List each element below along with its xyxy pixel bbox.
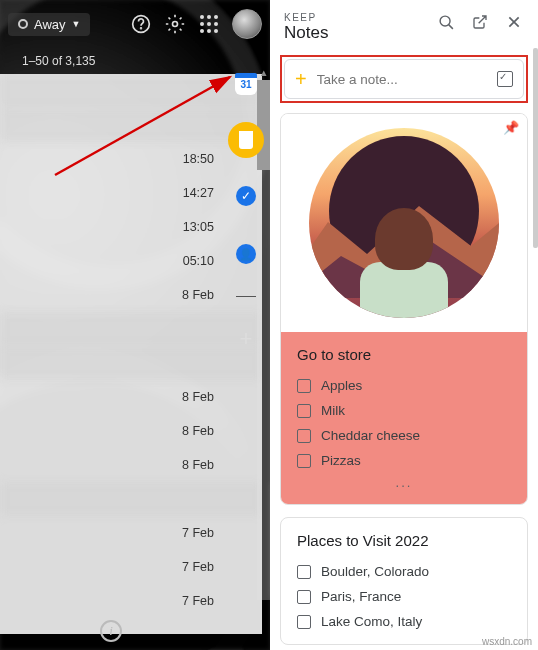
checklist-item[interactable]: Pizzas [297,448,511,473]
help-icon[interactable] [130,13,152,35]
settings-gear-icon[interactable] [164,13,186,35]
checkbox-icon[interactable] [297,454,311,468]
note-title: Places to Visit 2022 [297,532,511,549]
keep-title: Notes [284,23,422,43]
keep-brand-label: KEEP [284,12,422,23]
mail-row[interactable]: 7 Feb [0,550,262,584]
checklist-item[interactable]: Boulder, Colorado [297,559,511,584]
keep-panel: KEEP Notes + 📌Go to storeApplesMilkChedd… [270,0,538,650]
info-icon[interactable]: i [100,620,122,642]
chevron-down-icon: ▼ [72,19,81,29]
checkbox-icon[interactable] [297,590,311,604]
checklist-item[interactable]: Paris, France [297,584,511,609]
side-rail: 31 ✓ 👤 + [220,64,270,359]
checklist-item[interactable]: Milk [297,398,511,423]
close-icon[interactable] [504,12,524,32]
checklist-item[interactable]: Apples [297,373,511,398]
mail-row[interactable]: 7 Feb [0,584,262,618]
svg-point-4 [440,16,450,26]
account-avatar[interactable] [232,9,262,39]
note-card[interactable]: Places to Visit 2022Boulder, ColoradoPar… [280,517,528,645]
take-note-highlight: + [280,55,528,103]
gmail-panel: Away ▼ 1–50 of 3,135 18:5014:2713:0505:1… [0,0,270,650]
checklist-item[interactable]: Lake Como, Italy [297,609,511,634]
mail-row[interactable]: 8 Feb [0,448,262,482]
notes-list[interactable]: 📌Go to storeApplesMilkCheddar cheesePizz… [270,113,538,650]
open-external-icon[interactable] [470,12,490,32]
more-indicator: ... [297,473,511,494]
checklist-label: Cheddar cheese [321,428,420,443]
keep-header: KEEP Notes [270,0,538,51]
add-app-icon[interactable]: + [226,319,266,359]
checklist-label: Lake Como, Italy [321,614,422,629]
note-image [281,114,527,332]
calendar-app-icon[interactable]: 31 [226,64,266,104]
note-card[interactable]: 📌Go to storeApplesMilkCheddar cheesePizz… [280,113,528,505]
checkbox-icon[interactable] [297,379,311,393]
checklist-label: Paris, France [321,589,401,604]
status-dot-icon [18,19,28,29]
checklist-label: Pizzas [321,453,361,468]
keep-scrollbar[interactable] [533,48,538,248]
mail-row[interactable]: 8 Feb [0,414,262,448]
keep-app-icon[interactable] [228,122,264,158]
mail-row[interactable] [0,482,262,516]
checklist-label: Boulder, Colorado [321,564,429,579]
status-selector[interactable]: Away ▼ [8,13,90,36]
svg-point-2 [173,22,178,27]
note-title: Go to store [297,346,511,363]
status-label: Away [34,17,66,32]
checkbox-icon[interactable] [297,615,311,629]
checklist-item[interactable]: Cheddar cheese [297,423,511,448]
gmail-topbar: Away ▼ [0,0,270,48]
svg-line-5 [448,24,452,28]
mail-row[interactable]: 8 Feb [0,380,262,414]
take-note-input-row[interactable]: + [284,59,524,99]
take-note-input[interactable] [317,72,487,87]
checklist-label: Milk [321,403,345,418]
watermark: wsxdn.com [482,636,532,647]
checkbox-icon[interactable] [297,404,311,418]
checkbox-icon[interactable] [297,429,311,443]
search-icon[interactable] [436,12,456,32]
contacts-app-icon[interactable]: 👤 [226,234,266,274]
checkbox-icon[interactable] [297,565,311,579]
svg-point-1 [141,28,142,29]
plus-icon: + [295,68,307,91]
rail-divider [236,296,256,297]
tasks-app-icon[interactable]: ✓ [226,176,266,216]
pin-icon[interactable]: 📌 [503,120,519,135]
mail-row[interactable]: 7 Feb [0,516,262,550]
apps-grid-icon[interactable] [198,13,220,35]
checklist-label: Apples [321,378,362,393]
new-list-icon[interactable] [497,71,513,87]
